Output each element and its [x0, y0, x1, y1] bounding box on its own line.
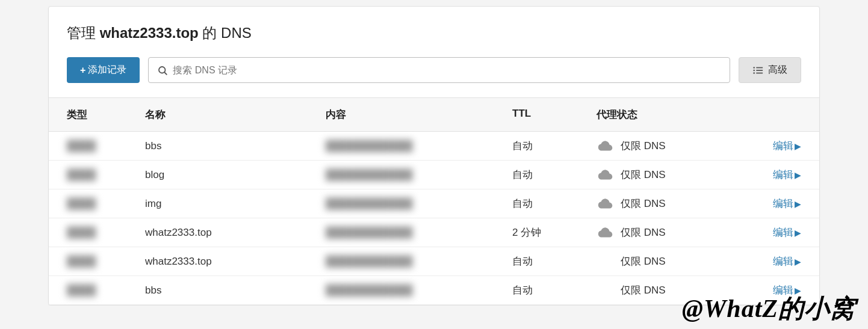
table-row: ████whatz2333.top████████████2 分钟仅限 DNS编… — [49, 218, 819, 247]
col-header-ttl: TTL — [512, 108, 597, 121]
col-header-content: 内容 — [326, 108, 512, 121]
edit-button[interactable]: 编辑▶ — [773, 283, 801, 297]
edit-label: 编辑 — [773, 197, 793, 211]
cell-proxy: 仅限 DNS — [597, 139, 747, 153]
cell-action: 编辑▶ — [747, 168, 801, 182]
chevron-right-icon: ▶ — [795, 257, 801, 266]
add-record-label: 添加记录 — [88, 64, 126, 76]
edit-label: 编辑 — [773, 168, 793, 182]
search-input[interactable] — [173, 65, 721, 76]
svg-rect-5 — [756, 70, 763, 71]
page-title: 管理 whatz2333.top 的 DNS — [67, 23, 801, 43]
toolbar: + 添加记录 高级 — [49, 57, 819, 97]
cell-type: ████ — [67, 198, 145, 210]
cell-type: ████ — [67, 227, 145, 239]
table-row: ████bbs████████████自动仅限 DNS编辑▶ — [49, 132, 819, 161]
proxy-text: 仅限 DNS — [621, 283, 666, 297]
table-row: ████bbs████████████自动仅限 DNS编辑▶ — [49, 276, 819, 305]
cell-type: ████ — [67, 140, 145, 152]
cloud-icon — [597, 169, 615, 181]
plus-icon: + — [80, 65, 85, 76]
cell-type: ████ — [67, 169, 145, 181]
edit-label: 编辑 — [773, 226, 793, 239]
edit-label: 编辑 — [773, 283, 793, 297]
proxy-text: 仅限 DNS — [621, 168, 666, 182]
svg-point-2 — [753, 67, 755, 69]
cell-name: whatz2333.top — [145, 256, 326, 268]
proxy-text: 仅限 DNS — [621, 226, 666, 239]
cell-name: bbs — [145, 140, 326, 152]
svg-rect-7 — [756, 72, 763, 73]
chevron-right-icon: ▶ — [795, 141, 801, 151]
svg-line-1 — [164, 72, 167, 75]
cloud-icon — [597, 227, 615, 239]
edit-button[interactable]: 编辑▶ — [773, 226, 801, 239]
cell-ttl: 2 分钟 — [512, 226, 597, 239]
dns-panel: 管理 whatz2333.top 的 DNS + 添加记录 高级 类型 — [48, 6, 820, 306]
advanced-button[interactable]: 高级 — [739, 57, 801, 83]
cell-name: img — [145, 198, 326, 210]
title-prefix: 管理 — [67, 25, 100, 41]
cell-ttl: 自动 — [512, 197, 597, 211]
chevron-right-icon: ▶ — [795, 170, 801, 180]
cell-ttl: 自动 — [512, 254, 597, 268]
cell-action: 编辑▶ — [747, 139, 801, 153]
table-row: ████img████████████自动仅限 DNS编辑▶ — [49, 189, 819, 218]
chevron-right-icon: ▶ — [795, 286, 801, 295]
cell-ttl: 自动 — [512, 168, 597, 182]
table-header: 类型 名称 内容 TTL 代理状态 — [49, 98, 819, 132]
col-header-type: 类型 — [67, 108, 145, 121]
cell-action: 编辑▶ — [747, 226, 801, 239]
edit-label: 编辑 — [773, 139, 793, 153]
cell-proxy: 仅限 DNS — [597, 254, 747, 268]
cell-content: ████████████ — [326, 169, 512, 181]
edit-button[interactable]: 编辑▶ — [773, 168, 801, 182]
cell-proxy: 仅限 DNS — [597, 168, 747, 182]
title-domain: whatz2333.top — [100, 25, 199, 41]
cell-name: blog — [145, 169, 326, 181]
advanced-label: 高级 — [768, 64, 787, 76]
table-row: ████blog████████████自动仅限 DNS编辑▶ — [49, 161, 819, 189]
edit-button[interactable]: 编辑▶ — [773, 197, 801, 211]
cell-proxy: 仅限 DNS — [597, 197, 747, 211]
cloud-icon — [597, 140, 615, 152]
proxy-text: 仅限 DNS — [621, 254, 666, 268]
cell-action: 编辑▶ — [747, 283, 801, 297]
cell-content: ████████████ — [326, 198, 512, 210]
cloud-icon — [597, 198, 615, 210]
panel-header: 管理 whatz2333.top 的 DNS — [49, 7, 819, 57]
cell-ttl: 自动 — [512, 139, 597, 153]
cell-name: bbs — [145, 284, 326, 297]
list-settings-icon — [752, 66, 763, 75]
search-icon — [157, 65, 168, 76]
col-header-proxy: 代理状态 — [597, 108, 747, 121]
table-row: ████whatz2333.top████████████自动仅限 DNS编辑▶ — [49, 247, 819, 276]
cell-content: ████████████ — [326, 140, 512, 152]
cell-content: ████████████ — [326, 227, 512, 239]
svg-point-6 — [753, 72, 755, 74]
cell-content: ████████████ — [326, 256, 512, 268]
dns-table: 类型 名称 内容 TTL 代理状态 ████bbs████████████自动仅… — [49, 97, 819, 305]
cell-type: ████ — [67, 284, 145, 297]
proxy-text: 仅限 DNS — [621, 197, 666, 211]
edit-button[interactable]: 编辑▶ — [773, 254, 801, 268]
add-record-button[interactable]: + 添加记录 — [67, 57, 140, 83]
cell-content: ████████████ — [326, 284, 512, 297]
col-header-name: 名称 — [145, 108, 326, 121]
cell-proxy: 仅限 DNS — [597, 226, 747, 239]
svg-rect-3 — [756, 67, 763, 68]
cell-type: ████ — [67, 256, 145, 268]
chevron-right-icon: ▶ — [795, 228, 801, 238]
edit-button[interactable]: 编辑▶ — [773, 139, 801, 153]
cell-ttl: 自动 — [512, 283, 597, 297]
cell-action: 编辑▶ — [747, 197, 801, 211]
edit-label: 编辑 — [773, 254, 793, 268]
title-suffix: 的 DNS — [199, 25, 252, 41]
svg-point-4 — [753, 69, 755, 71]
chevron-right-icon: ▶ — [795, 199, 801, 209]
search-wrap[interactable] — [148, 57, 730, 83]
col-header-action — [747, 108, 801, 121]
cell-name: whatz2333.top — [145, 227, 326, 239]
cell-action: 编辑▶ — [747, 254, 801, 268]
proxy-text: 仅限 DNS — [621, 139, 666, 153]
